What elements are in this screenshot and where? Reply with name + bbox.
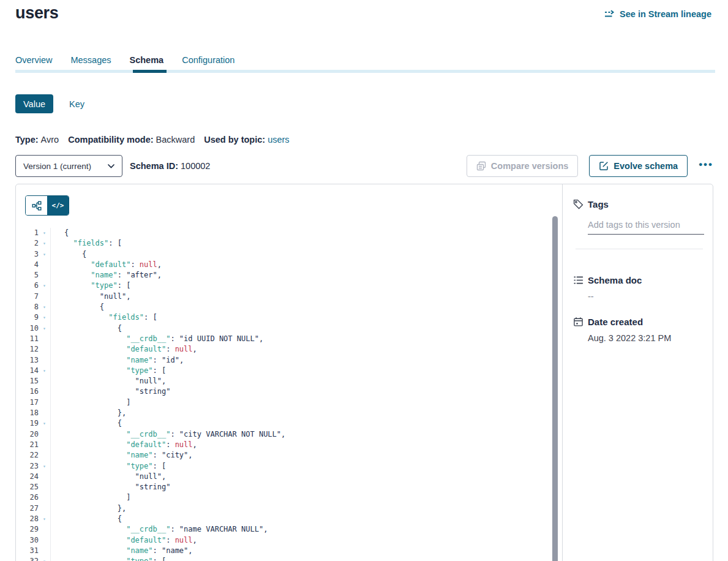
code-view-icon: </> — [52, 201, 64, 209]
code-text: "default": null, — [50, 440, 562, 450]
code-text: { — [50, 228, 562, 238]
code-text: { — [50, 514, 562, 524]
code-text: "type": [ — [50, 556, 562, 561]
code-text: "__crdb__": "id UUID NOT NULL", — [50, 334, 562, 344]
code-text: "__crdb__": "name VARCHAR NULL", — [50, 524, 562, 535]
key-toggle-button[interactable]: Key — [69, 99, 84, 109]
line-number: 7 — [16, 292, 39, 302]
fold-arrow-icon[interactable]: ▾ — [39, 418, 50, 429]
tags-section-header: Tags — [573, 199, 609, 209]
line-number: 23 — [16, 461, 39, 472]
fold-arrow-icon[interactable]: ▾ — [39, 228, 50, 238]
topic-link[interactable]: users — [268, 135, 289, 145]
code-line: 8▾ { — [16, 302, 562, 312]
code-line: 24 "null", — [16, 472, 562, 482]
code-text: }, — [50, 408, 562, 418]
code-text: "name": "id", — [50, 355, 562, 366]
fold-gutter — [39, 440, 50, 450]
code-line: 7 "null", — [16, 292, 562, 302]
code-text: { — [50, 302, 562, 312]
tab-messages[interactable]: Messages — [70, 55, 111, 70]
fold-gutter — [39, 292, 50, 302]
schema-doc-section-header: Schema doc — [573, 275, 642, 285]
code-line: 2▾ "fields": [ — [16, 238, 562, 249]
schema-meta: Type:Avro Compatibility mode:Backward Us… — [15, 135, 290, 145]
schema-id-label: Schema ID: — [130, 161, 178, 171]
fold-arrow-icon[interactable]: ▾ — [39, 366, 50, 376]
tab-schema[interactable]: Schema — [130, 55, 164, 70]
used-by-topic-field: Used by topic:users — [204, 135, 289, 145]
value-toggle-button[interactable]: Value — [15, 94, 53, 113]
line-number: 30 — [16, 535, 39, 546]
code-view-button[interactable]: </> — [47, 196, 69, 215]
line-number: 17 — [16, 397, 39, 408]
fold-arrow-icon[interactable]: ▾ — [39, 556, 50, 561]
value-key-toggle: Value Key — [15, 94, 84, 113]
line-number: 11 — [16, 334, 39, 344]
code-lines: 1▾{2▾ "fields": [3▾ {4 "default": null,5… — [16, 228, 562, 561]
fold-gutter — [39, 450, 50, 461]
code-line: 18 }, — [16, 408, 562, 418]
code-line: 29 "__crdb__": "name VARCHAR NULL", — [16, 524, 562, 535]
version-select[interactable]: Version 1 (current) — [15, 155, 122, 177]
code-text: "name": "after", — [50, 270, 562, 280]
code-line: 6▾ "type": [ — [16, 280, 562, 291]
fold-arrow-icon[interactable]: ▾ — [39, 249, 50, 260]
tree-view-button[interactable] — [26, 196, 47, 215]
line-number: 5 — [16, 270, 39, 280]
code-line: 4 "default": null, — [16, 260, 562, 270]
tab-configuration[interactable]: Configuration — [182, 55, 235, 70]
fold-gutter — [39, 546, 50, 556]
fold-gutter — [39, 492, 50, 503]
code-text: "default": null, — [50, 344, 562, 355]
line-number: 6 — [16, 280, 39, 291]
code-line: 27 }, — [16, 503, 562, 514]
compare-versions-icon — [476, 161, 486, 171]
line-number: 15 — [16, 376, 39, 386]
schema-doc-value: -- — [588, 292, 594, 301]
code-text: ] — [50, 492, 562, 503]
code-line: 26 ] — [16, 492, 562, 503]
line-number: 27 — [16, 503, 39, 514]
code-text: { — [50, 249, 562, 260]
evolve-schema-label: Evolve schema — [614, 161, 678, 171]
code-line: 3▾ { — [16, 249, 562, 260]
code-line: 28▾ { — [16, 514, 562, 524]
fold-arrow-icon[interactable]: ▾ — [39, 280, 50, 291]
tab-overview[interactable]: Overview — [15, 55, 52, 70]
fold-arrow-icon[interactable]: ▾ — [39, 238, 50, 249]
line-number: 9 — [16, 312, 39, 323]
stream-lineage-link[interactable]: See in Stream lineage — [604, 9, 711, 19]
line-number: 10 — [16, 323, 39, 334]
code-text: "string" — [50, 386, 562, 397]
evolve-schema-button[interactable]: Evolve schema — [589, 155, 688, 177]
fold-arrow-icon[interactable]: ▾ — [39, 461, 50, 472]
fold-arrow-icon[interactable]: ▾ — [39, 302, 50, 312]
version-actions: Compare versions Evolve schema ••• — [467, 155, 713, 177]
fold-arrow-icon[interactable]: ▾ — [39, 514, 50, 524]
fold-arrow-icon[interactable]: ▾ — [39, 312, 50, 323]
line-number: 20 — [16, 429, 39, 440]
code-text: "type": [ — [50, 366, 562, 376]
line-number: 16 — [16, 386, 39, 397]
code-text: "fields": [ — [50, 312, 562, 323]
code-line: 30 "default": null, — [16, 535, 562, 546]
type-field: Type:Avro — [15, 135, 59, 145]
compatibility-label: Compatibility mode: — [68, 135, 153, 145]
line-number: 25 — [16, 482, 39, 492]
code-line: 17 ] — [16, 397, 562, 408]
editor-scrollbar[interactable] — [552, 216, 558, 561]
line-number: 13 — [16, 355, 39, 366]
code-line: 23▾ "type": [ — [16, 461, 562, 472]
fold-gutter — [39, 355, 50, 366]
code-text: "string" — [50, 482, 562, 492]
line-number: 21 — [16, 440, 39, 450]
page-title: users — [15, 4, 59, 23]
tags-heading: Tags — [588, 199, 609, 209]
code-line: 12 "default": null, — [16, 344, 562, 355]
fold-arrow-icon[interactable]: ▾ — [39, 323, 50, 334]
more-actions-icon[interactable]: ••• — [699, 159, 713, 173]
add-tags-input[interactable] — [588, 219, 704, 235]
compare-versions-button[interactable]: Compare versions — [467, 155, 579, 177]
stream-lineage-icon — [604, 10, 615, 18]
